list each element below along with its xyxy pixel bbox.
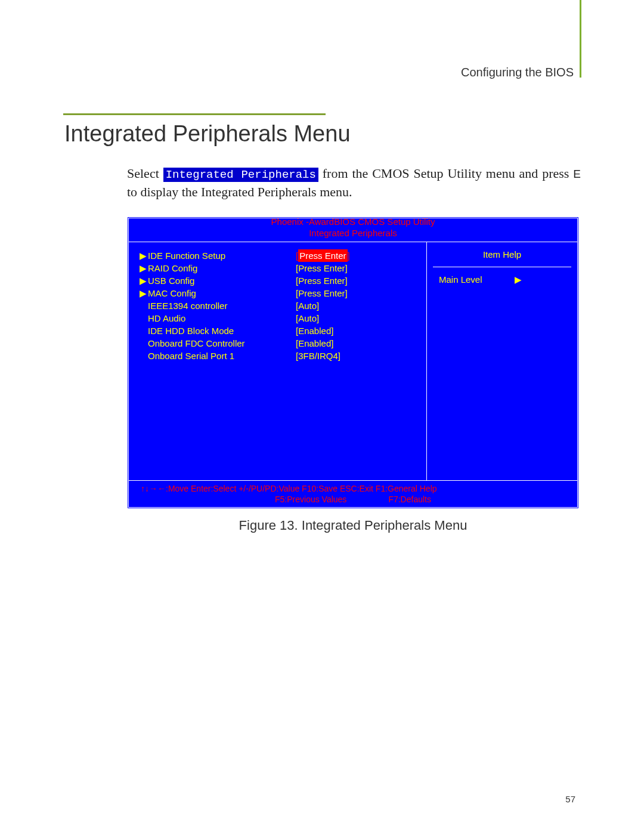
menu-arrow-icon: ▶ [140,274,148,287]
title-rule [63,113,326,115]
footer-line2: F5:Previous Values F7:Defaults [141,494,565,505]
menu-arrow-icon: ▶ [140,249,148,262]
highlight-text: Integrated Peripherals [163,168,318,182]
help-divider [433,267,571,267]
menu-label: MAC Config [148,287,296,299]
body-mid1: from the CMOS Setup Utility menu and pre… [318,166,573,181]
menu-label: USB Config [148,274,296,287]
body-pre: Select [127,166,163,181]
side-accent [580,0,581,78]
page-header: Configuring the BIOS [461,66,574,79]
help-body: Main Level ▶ [433,274,571,285]
menu-value: Press Enter] [298,274,348,287]
footer-defaults: F7:Defaults [388,495,431,504]
bios-header-line1: Phoenix -AwardBIOS CMOS Setup Utility [129,216,577,228]
menu-row[interactable]: Onboard FDC Controller [Enabled] [140,337,422,350]
menu-value: Press Enter] [298,287,348,299]
menu-row[interactable]: ▶ IDE Function Setup [ Press Enter ] [140,249,422,262]
page-number: 57 [565,794,575,804]
bios-help-panel: Item Help Main Level ▶ [427,242,577,480]
bios-menu: ▶ IDE Function Setup [ Press Enter ] ▶ R… [129,242,427,480]
bios-body: ▶ IDE Function Setup [ Press Enter ] ▶ R… [129,242,577,480]
menu-row[interactable]: Onboard Serial Port 1 [3FB/IRQ4] [140,350,422,362]
menu-row[interactable]: ▶ RAID Config [Press Enter] [140,262,422,274]
menu-label: RAID Config [148,262,296,274]
section-title: Integrated Peripherals Menu [64,121,580,147]
menu-row[interactable]: ▶ MAC Config [Press Enter] [140,287,422,299]
figure-caption: Figure 13. Integrated Peripherals Menu [127,518,579,533]
bios-screen: Phoenix -AwardBIOS CMOS Setup Utility In… [127,217,579,509]
menu-value: Auto] [298,299,319,312]
help-arrow-icon: ▶ [515,274,522,285]
key-label: E [573,168,580,180]
menu-value: Enabled] [298,325,333,337]
menu-value: Enabled] [298,337,333,350]
menu-value: Press Enter] [298,262,348,274]
menu-label: IEEE1394 controller [148,299,296,312]
footer-prev: F5:Previous Values [275,495,346,504]
help-title: Item Help [433,249,571,259]
menu-row[interactable]: ▶ USB Config [Press Enter] [140,274,422,287]
bios-header: Phoenix -AwardBIOS CMOS Setup Utility In… [129,216,577,239]
menu-row[interactable]: IDE HDD Block Mode [Enabled] [140,325,422,337]
bios-figure: Phoenix -AwardBIOS CMOS Setup Utility In… [127,217,579,533]
body-paragraph: Select Integrated Peripherals from the C… [127,165,580,202]
menu-row[interactable]: IEEE1394 controller [Auto] [140,299,422,312]
menu-arrow-icon: ▶ [140,287,148,299]
menu-label: IDE HDD Block Mode [148,325,296,337]
body-mid2: to display the Integrated Peripherals me… [127,184,352,199]
menu-label: IDE Function Setup [148,249,296,262]
menu-label: Onboard FDC Controller [148,337,296,350]
bios-header-line2: Integrated Peripherals [129,227,577,239]
menu-value: Auto] [298,312,319,325]
menu-arrow-icon: ▶ [140,262,148,274]
menu-value: 3FB/IRQ4] [298,350,340,362]
footer-line1: ↑↓→←:Move Enter:Select +/-/PU/PD:Value F… [141,483,565,494]
bracket: ] [348,249,350,262]
menu-value-selected: Press Enter [298,249,347,262]
menu-label: Onboard Serial Port 1 [148,350,296,362]
menu-label: HD Audio [148,312,296,325]
bios-footer: ↑↓→←:Move Enter:Select +/-/PU/PD:Value F… [129,480,577,507]
help-text: Main Level [439,274,482,285]
menu-row[interactable]: HD Audio [Auto] [140,312,422,325]
